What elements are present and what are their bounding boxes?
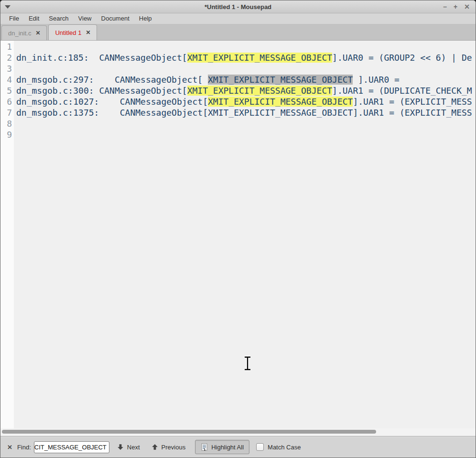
- tab-close-icon[interactable]: ✕: [86, 29, 90, 36]
- code-text: dn_msgob.c:300: CANMessageObject[XMIT_EX…: [16, 86, 472, 96]
- find-next-label: Next: [127, 444, 140, 451]
- code-line: 1: [0, 41, 476, 52]
- line-number: 3: [0, 63, 14, 74]
- plain-text: dn_msgob.c:300: CANMessageObject[: [16, 86, 187, 96]
- line-number: 6: [0, 96, 14, 107]
- plain-text: dn_init.c:185: CANMessageObject[: [16, 53, 187, 63]
- tab-untitled-1[interactable]: Untitled 1 ✕: [48, 24, 97, 40]
- line-number: 8: [0, 118, 14, 129]
- find-previous-button[interactable]: Previous: [148, 441, 190, 453]
- menu-edit[interactable]: Edit: [24, 13, 44, 24]
- search-match-highlight: XMIT_EXPLICIT_MESSAGE_OBJECT: [208, 97, 353, 107]
- code-line: 5dn_msgob.c:300: CANMessageObject[XMIT_E…: [0, 85, 476, 96]
- code-text: dn_msgob.c:297: CANMessageObject[ XMIT_E…: [16, 75, 400, 85]
- menu-file[interactable]: File: [4, 13, 24, 24]
- find-input[interactable]: XPLICIT_MESSAGE_OBJECT: [34, 441, 109, 453]
- arrow-down-icon: [117, 444, 124, 450]
- plain-text: ].UAR1 = (EXPLICIT_MESS: [353, 97, 472, 107]
- code-line: 9: [0, 129, 476, 140]
- menu-document[interactable]: Document: [97, 13, 134, 24]
- tab-close-icon[interactable]: ✕: [35, 30, 40, 36]
- titlebar: *Untitled 1 - Mousepad – + ✕: [0, 0, 476, 13]
- code-text: dn_msgob.c:1375: CANMessageObject[XMIT_E…: [16, 108, 472, 118]
- plain-text: dn_msgob.c:1375: CANMessageObject[XMIT_E…: [16, 108, 472, 118]
- plain-text: dn_msgob.c:1027: CANMessageObject[: [16, 97, 208, 107]
- tab-label: Untitled 1: [55, 29, 81, 36]
- line-number: 1: [0, 41, 14, 52]
- code-line: 4dn_msgob.c:297: CANMessageObject[ XMIT_…: [0, 74, 476, 85]
- plain-text: ].UAR0 = (GROUP2 << 6) | De: [332, 53, 472, 63]
- horizontal-scrollbar-track[interactable]: [0, 428, 476, 436]
- match-case-checkbox[interactable]: [256, 443, 264, 451]
- ibeam-mouse-cursor: [243, 356, 252, 373]
- current-match-highlight: XMIT_EXPLICIT_MESSAGE_OBJECT: [208, 75, 353, 85]
- find-next-button[interactable]: Next: [113, 441, 144, 453]
- line-number: 9: [0, 129, 14, 140]
- tab-bar: dn_init.c ✕ Untitled 1 ✕: [0, 24, 476, 41]
- text-editor[interactable]: 12dn_init.c:185: CANMessageObject[XMIT_E…: [0, 41, 476, 436]
- tab-dn-init[interactable]: dn_init.c ✕: [1, 25, 47, 40]
- find-previous-label: Previous: [162, 444, 186, 451]
- mousepad-window: *Untitled 1 - Mousepad – + ✕ File Edit S…: [0, 0, 476, 458]
- find-bar: ✕ Find: XPLICIT_MESSAGE_OBJECT Next Prev…: [0, 436, 476, 458]
- code-line: 2dn_init.c:185: CANMessageObject[XMIT_EX…: [0, 52, 476, 63]
- code-line: 8: [0, 118, 476, 129]
- highlight-all-toggle[interactable]: Highlight All: [195, 440, 249, 454]
- code-area: 12dn_init.c:185: CANMessageObject[XMIT_E…: [0, 41, 476, 140]
- line-number: 2: [0, 52, 14, 63]
- menubar: File Edit Search View Document Help: [0, 13, 476, 24]
- close-button[interactable]: ✕: [464, 0, 470, 13]
- plain-text: dn_msgob.c:297: CANMessageObject[: [16, 75, 208, 85]
- search-match-highlight: XMIT_EXPLICIT_MESSAGE_OBJECT: [187, 86, 332, 96]
- window-title: *Untitled 1 - Mousepad: [0, 3, 476, 11]
- code-text: dn_init.c:185: CANMessageObject[XMIT_EXP…: [16, 53, 472, 63]
- plain-text: ].UAR0 =: [353, 75, 400, 85]
- horizontal-scrollbar-thumb[interactable]: [2, 430, 376, 434]
- minimize-button[interactable]: –: [443, 0, 447, 13]
- line-number: 7: [0, 107, 14, 118]
- code-line: 7dn_msgob.c:1375: CANMessageObject[XMIT_…: [0, 107, 476, 118]
- menu-search[interactable]: Search: [44, 13, 73, 24]
- line-number: 5: [0, 85, 14, 96]
- code-line: 6dn_msgob.c:1027: CANMessageObject[XMIT_…: [0, 96, 476, 107]
- match-case-label: Match Case: [268, 444, 301, 451]
- plain-text: ].UAR1 = (DUPLICATE_CHECK_M: [332, 86, 472, 96]
- tab-label: dn_init.c: [8, 30, 31, 37]
- line-number: 4: [0, 74, 14, 85]
- select-all-icon: [201, 443, 208, 451]
- maximize-button[interactable]: +: [454, 0, 457, 13]
- code-line: 3: [0, 63, 476, 74]
- search-match-highlight: XMIT_EXPLICIT_MESSAGE_OBJECT: [187, 53, 332, 63]
- menu-help[interactable]: Help: [134, 13, 157, 24]
- highlight-all-label: Highlight All: [211, 444, 244, 451]
- find-input-value: XPLICIT_MESSAGE_OBJECT: [34, 444, 107, 451]
- code-text: dn_msgob.c:1027: CANMessageObject[XMIT_E…: [16, 97, 472, 107]
- find-label: Find:: [17, 444, 31, 451]
- menu-view[interactable]: View: [74, 13, 97, 24]
- findbar-close-icon[interactable]: ✕: [7, 444, 12, 451]
- match-case-option[interactable]: Match Case: [256, 443, 301, 451]
- arrow-up-icon: [151, 444, 158, 450]
